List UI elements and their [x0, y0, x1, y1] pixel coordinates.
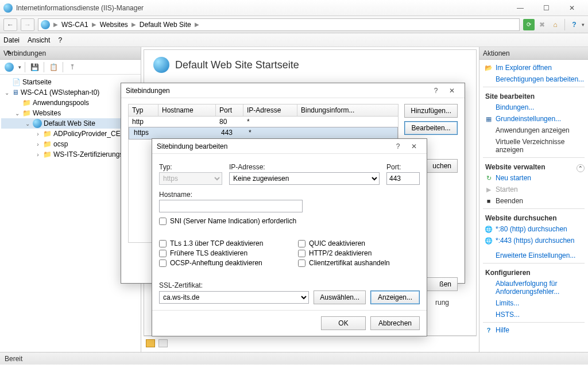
status-text: Bereit: [5, 355, 22, 363]
globe-icon: [41, 20, 50, 29]
restart-icon: ↻: [484, 173, 493, 183]
close-button[interactable]: ✕: [559, 2, 585, 14]
col-host[interactable]: Hostname: [158, 104, 216, 116]
action-basic[interactable]: ▦Grundeinstellungen...: [483, 113, 585, 125]
tree-server[interactable]: ⌄🖥 WS-CA1 (WS\stephan-t0): [1, 87, 140, 98]
play-icon: ▶: [484, 185, 493, 194]
port-input[interactable]: [386, 172, 420, 185]
dialog-title: Sitebindung bearbeiten: [157, 142, 227, 150]
forward-button[interactable]: →: [21, 18, 34, 31]
titlebar: Internetinformationsdienste (IIS)-Manage…: [0, 0, 588, 16]
navbar: ← → ▶ WS-CA1 ▶ Websites ▶ Default Web Si…: [0, 16, 588, 33]
http2-checkbox[interactable]: HTTP/2 deaktivieren: [298, 249, 420, 257]
binding-row[interactable]: https 443 *: [129, 127, 398, 140]
dialog-title: Sitebindungen: [126, 87, 170, 95]
dialog-help-button[interactable]: ?: [390, 141, 406, 152]
tree-child[interactable]: ›📁 ocsp: [1, 139, 140, 149]
action-stop[interactable]: ■Beenden: [483, 195, 585, 207]
ok-button[interactable]: OK: [321, 316, 366, 330]
help-icon[interactable]: ?: [568, 19, 580, 30]
action-advanced[interactable]: Erweiterte Einstellungen...: [483, 250, 585, 261]
bc-server[interactable]: WS-CA1: [61, 21, 88, 29]
save-button[interactable]: 💾: [29, 61, 40, 73]
ip-select[interactable]: Keine zugewiesen: [229, 172, 380, 185]
connections-tree[interactable]: 📄 Startseite ⌄🖥 WS-CA1 (WS\stephan-t0) 📁…: [0, 75, 141, 352]
features-view-icon[interactable]: [146, 339, 155, 347]
clientcert-checkbox[interactable]: Clientzertifikat aushandeln: [298, 259, 420, 267]
action-limits[interactable]: Limits...: [483, 297, 585, 309]
folder-icon: 📂: [484, 63, 493, 72]
action-hsts[interactable]: HSTS...: [483, 309, 585, 320]
action-restart[interactable]: ↻Neu starten: [483, 172, 585, 184]
action-view-vdirs[interactable]: Virtuelle Verzeichnisse anzeigen: [483, 136, 585, 156]
section-browse: Website durchsuchen: [483, 211, 585, 223]
dialog-close-button[interactable]: ✕: [406, 141, 422, 152]
chevron-icon: ▶: [53, 21, 58, 28]
menu-view[interactable]: Ansicht: [28, 36, 50, 44]
maximize-button[interactable]: ☐: [533, 2, 559, 14]
breadcrumb[interactable]: ▶ WS-CA1 ▶ Websites ▶ Default Web Site ▶: [38, 18, 520, 31]
action-start: ▶Starten: [483, 184, 585, 195]
cancel-button[interactable]: Abbrechen: [370, 316, 420, 330]
tree-apppools[interactable]: 📁 Anwendungspools: [1, 98, 140, 108]
col-ip[interactable]: IP-Adresse: [243, 104, 297, 116]
menu-help[interactable]: ?: [58, 36, 62, 44]
tree-start[interactable]: 📄 Startseite: [1, 77, 140, 87]
minimize-button[interactable]: —: [508, 2, 533, 14]
section-manage: Website verwalten⌃: [483, 160, 585, 172]
action-browse-443[interactable]: 🌐*:443 (https) durchsuchen: [483, 235, 585, 246]
edit-binding-button[interactable]: Bearbeiten...: [404, 121, 458, 135]
host-input[interactable]: [159, 200, 303, 212]
delete-button[interactable]: 📋: [48, 61, 59, 73]
sni-checkbox[interactable]: SNI (Server Name Indication) erforderlic…: [159, 217, 420, 225]
col-port[interactable]: Port: [216, 104, 243, 116]
bc-site[interactable]: Default Web Site: [140, 21, 191, 29]
col-type[interactable]: Typ: [129, 104, 158, 116]
content-view-icon[interactable]: [158, 339, 168, 347]
browse-icon: 🌐: [484, 236, 493, 245]
bindings-header-row[interactable]: Typ Hostname Port IP-Adresse Bindungsinf…: [128, 104, 399, 117]
help-icon: ?: [484, 326, 493, 335]
window-title: Internetinformationsdienste (IIS)-Manage…: [16, 4, 144, 12]
menu-file[interactable]: Datei: [3, 36, 20, 44]
dialog-help-button[interactable]: ?: [428, 85, 444, 96]
section-config: Konfigurieren: [483, 265, 585, 278]
connections-toolbar: ▾ 💾 📋 ⤒: [0, 60, 141, 75]
add-binding-button[interactable]: Hinzufügen...: [404, 104, 458, 118]
dialog-close-button[interactable]: ✕: [444, 85, 460, 96]
select-cert-button[interactable]: Auswählen...: [314, 290, 366, 304]
collapse-icon[interactable]: ⌃: [577, 164, 585, 172]
col-info[interactable]: Bindungsinform...: [297, 104, 398, 116]
ocsp-checkbox[interactable]: OCSP-Anheftung deaktivieren: [159, 259, 281, 267]
binding-row[interactable]: http 80 *: [129, 117, 398, 127]
tree-default-site[interactable]: ⌄ Default Web Site: [1, 118, 140, 129]
action-tracing[interactable]: Ablaufverfolgung für Anforderungsfehler.…: [483, 278, 585, 297]
bc-sites[interactable]: Websites: [100, 21, 128, 29]
quic-checkbox[interactable]: QUIC deaktivieren: [298, 239, 420, 247]
section-site-edit: Site bearbeiten: [483, 89, 585, 102]
action-browse-80[interactable]: 🌐*:80 (http) durchsuchen: [483, 223, 585, 235]
view-cert-button[interactable]: Anzeigen...: [370, 290, 420, 304]
action-bindings[interactable]: Bindungen...: [483, 102, 585, 113]
action-permissions[interactable]: Berechtigungen bearbeiten...: [483, 73, 585, 85]
tree-child[interactable]: ›📁 WS-ITS-Zertifizierungs: [1, 149, 140, 160]
ssl-cert-select[interactable]: ca.ws-its.de: [159, 291, 309, 304]
back-button[interactable]: ←: [3, 18, 17, 31]
ip-label: IP-Adresse:: [229, 163, 380, 171]
chevron-icon: ▶: [195, 21, 199, 28]
stop-icon[interactable]: ✖: [536, 19, 548, 30]
up-button[interactable]: ⤒: [67, 61, 78, 73]
home-icon[interactable]: ⌂: [550, 19, 561, 30]
tls13-checkbox[interactable]: TLs 1.3 über TCP deaktivieren: [159, 239, 281, 247]
refresh-icon[interactable]: ⟳: [523, 19, 535, 30]
tree-child[interactable]: ›📁 ADPolicyProvider_CEP: [1, 129, 140, 139]
page-title: Default Web Site Startseite: [175, 59, 299, 71]
legacy-tls-checkbox[interactable]: Frühere TLS deaktivieren: [159, 249, 281, 257]
action-view-apps[interactable]: Anwendungen anzeigen: [483, 125, 585, 136]
truncated-text: rung: [435, 299, 449, 307]
tree-sites[interactable]: ⌄📁 Websites: [1, 108, 140, 118]
action-open-explorer[interactable]: 📂Im Explorer öffnen: [483, 62, 585, 73]
port-label: Port:: [386, 163, 420, 171]
action-help[interactable]: ?Hilfe: [483, 324, 585, 336]
connect-button[interactable]: [3, 61, 15, 73]
